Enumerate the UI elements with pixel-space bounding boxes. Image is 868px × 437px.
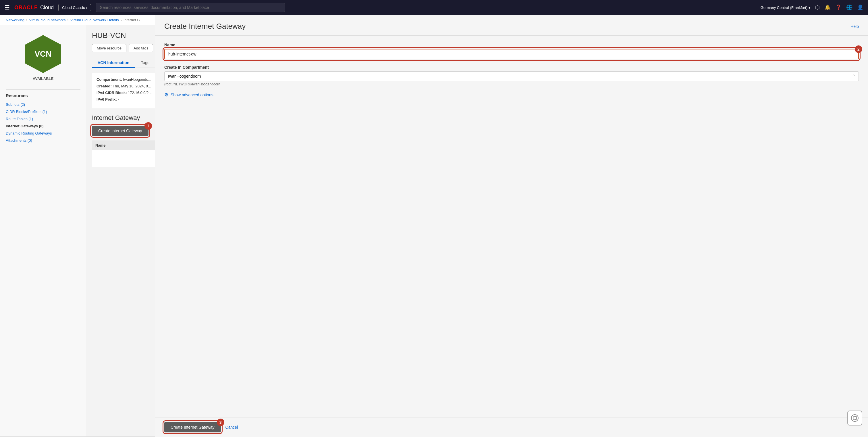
search-input[interactable]	[96, 3, 285, 12]
cloud-shell-icon[interactable]: ⬡	[815, 4, 820, 11]
breadcrumb-networking[interactable]: Networking	[6, 18, 24, 22]
vcn-icon-text: VCN	[34, 50, 52, 59]
step-badge-2: 2	[855, 46, 862, 53]
vcn-ipv4-value: 172.16.0.0/2...	[128, 91, 152, 95]
vcn-hexagon: VCN	[23, 34, 63, 74]
svg-line-6	[856, 419, 857, 420]
hamburger-menu[interactable]: ☰	[5, 4, 10, 11]
compartment-form-group: Create In Compartment IwanHoogendoorn ⌃ …	[164, 65, 859, 86]
step-badge-1: 1	[145, 122, 152, 130]
modal-body: Name 2 Create In Compartment IwanHoogend…	[155, 36, 868, 417]
tab-tags[interactable]: Tags	[135, 58, 155, 68]
language-icon[interactable]: 🌐	[846, 4, 852, 11]
add-tags-button[interactable]: Add tags	[129, 44, 153, 52]
vcn-compartment-value: IwanHoogendo...	[123, 77, 151, 82]
name-label: Name	[164, 42, 859, 47]
support-icon[interactable]	[847, 411, 862, 426]
step-badge-3: 3	[217, 418, 224, 426]
tab-vcn-information[interactable]: VCN Information	[92, 58, 135, 68]
notification-bell-icon[interactable]: 🔔	[824, 4, 831, 11]
compartment-select-wrapper: IwanHoogendoorn ⌃	[164, 71, 859, 81]
vcn-icon-area: VCN AVAILABLE	[0, 25, 86, 87]
cloud-classic-button[interactable]: Cloud Classic ›	[58, 4, 91, 11]
breadcrumb-current: Internet G...	[124, 18, 143, 22]
svg-line-4	[856, 416, 857, 417]
sidebar-item-subnets[interactable]: Subnets (2)	[6, 101, 81, 108]
vcn-created-value: Thu, May 16, 2024, 0...	[113, 84, 151, 88]
name-form-group: Name 2	[164, 42, 859, 59]
cloud-text: Cloud	[40, 5, 54, 11]
left-panel: VCN AVAILABLE Resources Subnets (2) CIDR…	[0, 25, 86, 436]
modal-title: Create Internet Gateway	[164, 25, 246, 31]
create-internet-gateway-button[interactable]: Create Internet Gateway	[92, 126, 149, 136]
sidebar-item-dynamic-routing[interactable]: Dynamic Routing Gateways	[6, 130, 81, 137]
oracle-text: ORACLE	[14, 5, 38, 11]
vcn-ipv6-value: -	[118, 97, 119, 101]
vcn-status-badge: AVAILABLE	[33, 77, 54, 81]
svg-line-5	[853, 419, 854, 420]
main-layout: VCN AVAILABLE Resources Subnets (2) CIDR…	[0, 25, 868, 436]
modal-create-button[interactable]: Create Internet Gateway	[164, 422, 221, 432]
sidebar-item-cidr[interactable]: CIDR Blocks/Prefixes (1)	[6, 108, 81, 115]
sidebar-item-route-tables[interactable]: Route Tables (1)	[6, 115, 81, 122]
region-selector[interactable]: Germany Central (Frankfurt) ▾	[761, 5, 811, 10]
nav-right: Germany Central (Frankfurt) ▾ ⬡ 🔔 ❓ 🌐 👤	[761, 4, 863, 11]
sidebar-item-internet-gateways[interactable]: Internet Gateways (0)	[6, 122, 81, 130]
modal-header: Create Internet Gateway Help	[155, 25, 868, 36]
create-ig-btn-wrapper: Create Internet Gateway 1	[92, 126, 149, 136]
cancel-button[interactable]: Cancel	[225, 425, 238, 430]
name-input[interactable]	[164, 49, 859, 59]
create-ig-modal: Create Internet Gateway Help Name 2 Crea…	[155, 25, 868, 436]
user-avatar-icon[interactable]: 👤	[857, 4, 863, 11]
compartment-select[interactable]: IwanHoogendoorn	[164, 71, 859, 81]
breadcrumb-vcn-details[interactable]: Virtual Cloud Network Details	[70, 18, 119, 22]
modal-help-link[interactable]: Help	[850, 25, 859, 29]
resources-section: Resources Subnets (2) CIDR Blocks/Prefix…	[0, 87, 86, 147]
support-svg	[851, 414, 859, 422]
compartment-hint: (root)/NETWORK/IwanHoogendoorn	[164, 82, 859, 86]
help-icon[interactable]: ❓	[835, 4, 842, 11]
sliders-icon: ⚙	[164, 92, 168, 97]
breadcrumb-vcn[interactable]: Virtual cloud networks	[29, 18, 65, 22]
compartment-label: Create In Compartment	[164, 65, 859, 69]
show-advanced-options-link[interactable]: ⚙ Show advanced options	[164, 92, 859, 97]
move-resource-button[interactable]: Move resource	[92, 44, 126, 52]
top-navigation: ☰ ORACLE Cloud Cloud Classic › Germany C…	[0, 0, 868, 15]
svg-line-3	[853, 416, 854, 417]
oracle-logo: ORACLE Cloud	[14, 5, 54, 11]
resources-title: Resources	[6, 89, 81, 98]
sidebar-item-attachments[interactable]: Attachments (0)	[6, 137, 81, 144]
modal-footer: Create Internet Gateway 3 Cancel	[155, 417, 868, 436]
svg-point-1	[851, 414, 858, 421]
